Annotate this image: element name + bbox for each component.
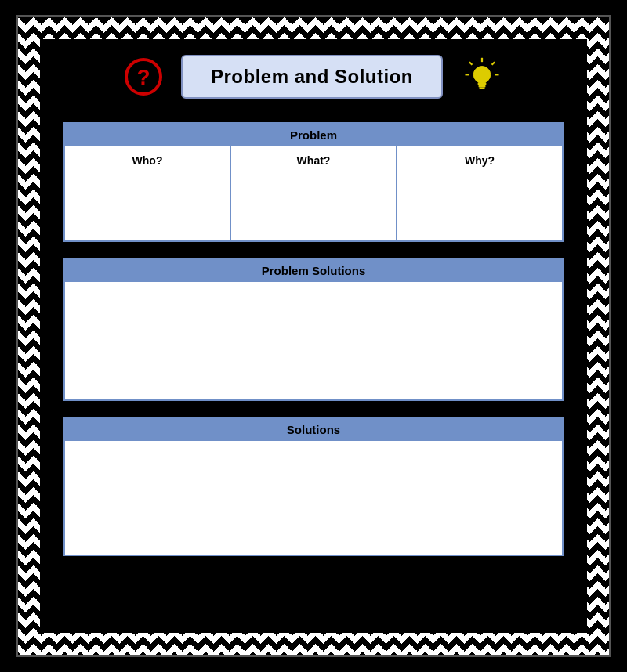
problem-col-what: What? bbox=[231, 146, 397, 240]
lightbulb-icon bbox=[462, 56, 502, 97]
page-title: Problem and Solution bbox=[181, 55, 443, 99]
problem-col-who: Who? bbox=[65, 146, 231, 240]
svg-rect-10 bbox=[479, 87, 484, 89]
question-mark-icon: ? bbox=[125, 58, 162, 96]
problem-header: Problem bbox=[65, 124, 562, 146]
inner-content: ? Problem and Solution Prob bbox=[40, 39, 587, 633]
who-label: Who? bbox=[70, 151, 225, 170]
svg-rect-8 bbox=[478, 82, 487, 85]
problem-section: Problem Who? What? Why? bbox=[63, 122, 564, 242]
svg-text:?: ? bbox=[136, 65, 150, 89]
outer-border: ? Problem and Solution Prob bbox=[16, 15, 611, 657]
problem-columns: Who? What? Why? bbox=[65, 146, 562, 240]
problem-solutions-section: Problem Solutions bbox=[63, 258, 564, 401]
svg-line-5 bbox=[469, 62, 473, 65]
problem-col-why: Why? bbox=[397, 146, 562, 240]
solutions-section: Solutions bbox=[63, 417, 564, 556]
solutions-body bbox=[65, 441, 562, 555]
why-label: Why? bbox=[402, 151, 557, 170]
solutions-header: Solutions bbox=[65, 418, 562, 441]
problem-solutions-header: Problem Solutions bbox=[65, 259, 562, 282]
svg-rect-9 bbox=[479, 85, 486, 88]
header-row: ? Problem and Solution bbox=[63, 55, 564, 99]
what-label: What? bbox=[236, 151, 391, 170]
svg-point-7 bbox=[473, 67, 491, 84]
problem-solutions-body bbox=[65, 282, 562, 399]
svg-line-3 bbox=[492, 62, 495, 65]
